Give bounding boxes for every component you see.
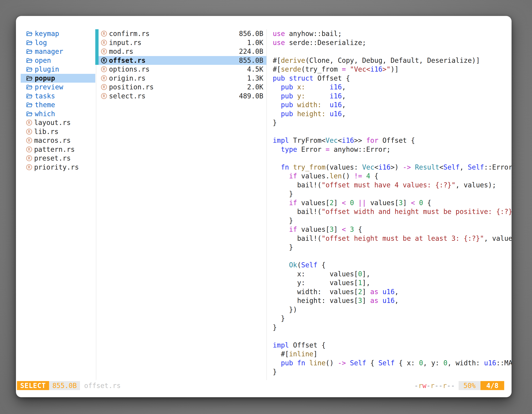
- code-line: use serde::Deserialize;: [273, 38, 512, 47]
- open-folder-icon: [26, 102, 33, 108]
- rust-file-icon: [101, 48, 107, 54]
- file-name: origin.rs: [109, 74, 146, 82]
- file-row-confirm-rs[interactable]: confirm.rs856.0B: [96, 29, 266, 38]
- file-row-select-rs[interactable]: select.rs489.0B: [96, 92, 266, 101]
- file-size: 855.0B: [239, 57, 263, 64]
- code-line: if values.len() != 4 {: [273, 172, 512, 181]
- sidebar-item-log[interactable]: log: [21, 38, 95, 47]
- code-line: }: [273, 189, 512, 198]
- sidebar-item-label: open: [35, 57, 51, 64]
- sidebar-item-preset-rs[interactable]: preset.rs: [21, 154, 95, 163]
- file-row-options-rs[interactable]: options.rs4.5K: [96, 65, 266, 74]
- rust-file-icon: [101, 84, 107, 90]
- code-line: pub fn line() -> Self { Self { x: 0, y: …: [273, 359, 512, 367]
- open-folder-icon: [26, 48, 33, 54]
- code-line: [273, 252, 512, 261]
- open-folder-icon: [26, 58, 33, 63]
- open-folder-icon: [26, 75, 33, 81]
- sidebar-item-manager[interactable]: manager: [21, 47, 95, 56]
- rust-file-icon: [26, 137, 32, 143]
- sidebar-item-which[interactable]: which: [21, 109, 95, 118]
- code-line: height: values[3] as u16,: [273, 296, 512, 305]
- code-line: }: [273, 216, 512, 225]
- sidebar-item-keymap[interactable]: keymap: [21, 29, 95, 38]
- open-folder-icon: [26, 40, 33, 46]
- file-list-pane: confirm.rs856.0Binput.rs1.0Kmod.rs224.0B…: [96, 29, 266, 100]
- sidebar-item-pattern-rs[interactable]: pattern.rs: [21, 145, 95, 154]
- sidebar-item-theme[interactable]: theme: [21, 100, 95, 109]
- code-line: if values[3] < 3 {: [273, 225, 512, 234]
- code-line: if values[2] < 0 || values[3] < 0 {: [273, 198, 512, 207]
- rust-file-icon: [101, 93, 107, 99]
- open-folder-icon: [26, 31, 33, 37]
- scroll-percent-badge: 50%: [459, 381, 481, 390]
- sidebar-item-label: layout.rs: [34, 119, 71, 127]
- sidebar-item-label: preset.rs: [34, 154, 71, 162]
- code-line: bail!("offset width and height must be p…: [273, 207, 512, 216]
- status-bar: SELECT 855.0B offset.rs -rw-r--r-- 50% 4…: [17, 381, 504, 390]
- status-file-name: offset.rs: [84, 382, 121, 390]
- file-name: select.rs: [109, 92, 146, 100]
- file-row-origin-rs[interactable]: origin.rs1.3K: [96, 74, 266, 83]
- rust-file-icon: [26, 155, 32, 161]
- code-line: }: [273, 367, 512, 376]
- sidebar-item-label: preview: [35, 83, 63, 91]
- code-line: bail!("offset must have 4 values: {:?}",…: [273, 181, 512, 190]
- code-line: impl Offset {: [273, 341, 512, 350]
- code-line: }: [273, 243, 512, 252]
- file-size: 1.3K: [247, 74, 263, 82]
- sidebar-item-macros-rs[interactable]: macros.rs: [21, 136, 95, 145]
- rust-file-icon: [26, 146, 32, 152]
- sidebar-item-label: which: [35, 110, 55, 118]
- rust-file-icon: [101, 75, 107, 81]
- desktop-background: { "app": "yazi-file-manager", "colors": …: [0, 0, 532, 414]
- code-line: x: values[0],: [273, 270, 512, 279]
- rust-file-icon: [101, 40, 107, 46]
- sidebar-item-plugin[interactable]: plugin: [21, 65, 95, 74]
- code-line: #[derive(Clone, Copy, Debug, Default, De…: [273, 56, 512, 65]
- sidebar-item-tasks[interactable]: tasks: [21, 92, 95, 101]
- sidebar-item-popup[interactable]: popup: [21, 74, 95, 83]
- sidebar-item-preview[interactable]: preview: [21, 83, 95, 92]
- file-name: offset.rs: [109, 57, 146, 64]
- code-line: [273, 127, 512, 136]
- sidebar-item-label: theme: [35, 101, 55, 109]
- sidebar-item-label: popup: [35, 74, 55, 82]
- yazi-window: keymaplogmanageropenpluginpopuppreviewta…: [16, 16, 512, 397]
- code-line: pub x: i16,: [273, 83, 512, 92]
- code-line: }: [273, 118, 512, 127]
- file-name: options.rs: [109, 65, 150, 73]
- rust-file-icon: [101, 31, 107, 37]
- cursor-position-badge: 4/8: [480, 381, 504, 390]
- sidebar-item-open[interactable]: open: [21, 56, 95, 65]
- sidebar-item-label: tasks: [35, 92, 55, 100]
- rust-file-icon: [26, 129, 32, 135]
- code-line: Ok(Self {: [273, 260, 512, 270]
- file-size: 856.0B: [239, 30, 263, 38]
- file-permissions: -rw-r--r--: [414, 382, 455, 390]
- sidebar-pane: keymaplogmanageropenpluginpopuppreviewta…: [21, 29, 95, 172]
- rust-file-icon: [26, 164, 32, 170]
- file-row-position-rs[interactable]: position.rs2.0K: [96, 83, 266, 92]
- code-line: [273, 332, 512, 341]
- sidebar-item-layout-rs[interactable]: layout.rs: [21, 118, 95, 127]
- code-line: y: values[1],: [273, 278, 512, 287]
- sidebar-item-lib-rs[interactable]: lib.rs: [21, 127, 95, 136]
- file-size: 1.0K: [247, 39, 263, 47]
- file-row-input-rs[interactable]: input.rs1.0K: [96, 38, 266, 47]
- file-size: 489.0B: [239, 92, 263, 100]
- code-line: width: values[2] as u16,: [273, 287, 512, 296]
- sidebar-item-label: log: [35, 39, 47, 47]
- pane-divider-right: [266, 29, 267, 380]
- code-line: pub width: u16,: [273, 100, 512, 109]
- code-line: }): [273, 305, 512, 314]
- file-name: mod.rs: [109, 48, 133, 55]
- sidebar-item-priority-rs[interactable]: priority.rs: [21, 163, 95, 172]
- code-line: bail!("offset height must be at least 3:…: [273, 234, 512, 243]
- file-row-mod-rs[interactable]: mod.rs224.0B: [96, 47, 266, 56]
- code-line: [273, 47, 512, 56]
- file-row-offset-rs[interactable]: offset.rs855.0B: [96, 56, 266, 65]
- code-line: impl TryFrom<Vec<i16>> for Offset {: [273, 136, 512, 145]
- code-line: pub height: u16,: [273, 109, 512, 118]
- sidebar-item-label: priority.rs: [34, 163, 79, 171]
